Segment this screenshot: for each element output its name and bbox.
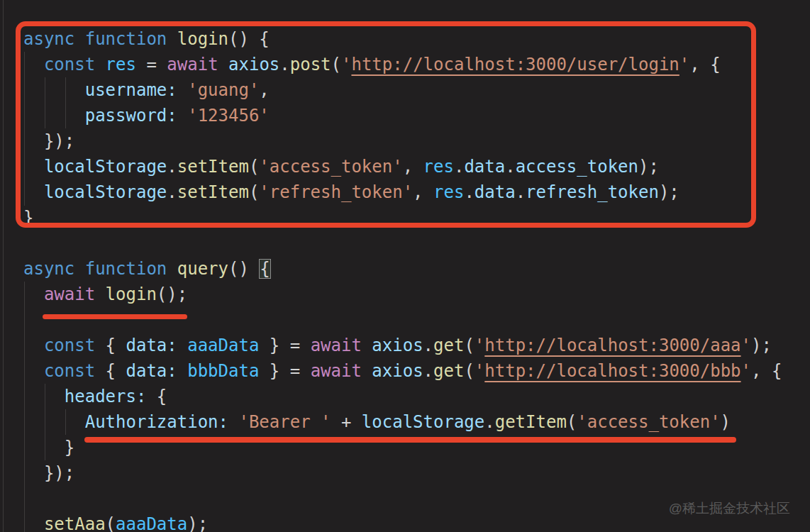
code-token: , xyxy=(403,157,423,177)
code-token: bbbData xyxy=(187,361,259,381)
watermark: @稀土掘金技术社区 xyxy=(669,499,790,518)
code-line xyxy=(23,307,810,333)
code-token: setItem xyxy=(177,182,249,202)
code-token: ' xyxy=(475,336,484,355)
code-token: data: xyxy=(126,361,177,381)
code-token: refresh_token xyxy=(526,182,659,202)
code-token: . xyxy=(454,157,464,177)
code-token: , xyxy=(259,80,269,100)
code-token: password: xyxy=(85,106,177,126)
code-token: function xyxy=(85,29,167,49)
code-token: }); xyxy=(23,463,74,483)
code-line: async function query() { xyxy=(23,256,810,282)
code-token: ( xyxy=(567,412,577,432)
code-token: get xyxy=(433,336,464,355)
code-token xyxy=(23,55,44,74)
code-token: async xyxy=(23,259,74,279)
code-token: ( xyxy=(249,182,259,202)
code-token: } xyxy=(23,208,33,228)
code-line: const res = await axios.post('http://loc… xyxy=(23,52,810,77)
code-token: () xyxy=(228,259,259,279)
code-token xyxy=(23,182,44,202)
code-token xyxy=(95,284,105,304)
code-line xyxy=(23,231,810,256)
code-line: } xyxy=(23,205,810,231)
code-token: + xyxy=(331,412,362,432)
code-token: aaaData xyxy=(116,514,187,532)
code-token xyxy=(177,361,187,381)
code-token: login xyxy=(177,29,228,49)
code-token: get xyxy=(433,361,464,381)
code-line: async function login() { xyxy=(23,26,810,52)
code-token: . xyxy=(279,55,289,74)
code-token: 'Bearer ' xyxy=(238,412,331,432)
code-token: access_token xyxy=(516,157,638,177)
code-token: ( xyxy=(464,336,474,355)
code-token xyxy=(74,29,84,49)
code-token xyxy=(167,29,177,49)
code-line: password: '123456' xyxy=(23,103,810,128)
code-token: . xyxy=(505,157,515,177)
code-token: , xyxy=(413,182,433,202)
code-token xyxy=(74,259,84,279)
code-token: login xyxy=(106,284,157,304)
code-token: Authorization: xyxy=(85,412,228,432)
code-token: await xyxy=(167,55,218,74)
code-token xyxy=(228,412,238,432)
code-token: { xyxy=(95,361,126,381)
code-token: '123456' xyxy=(187,106,270,126)
code-token xyxy=(177,336,187,355)
code-token: ' xyxy=(341,55,351,74)
code-token: username: xyxy=(85,80,177,100)
code-token xyxy=(95,55,105,74)
code-token: res xyxy=(423,157,454,177)
code-token: { xyxy=(146,387,167,406)
code-line: headers: { xyxy=(23,384,810,409)
code-token: . xyxy=(464,182,474,202)
code-line: localStorage.setItem('refresh_token', re… xyxy=(23,179,810,205)
code-token: (); xyxy=(157,284,187,304)
code-line: const { data: aaaData } = await axios.ge… xyxy=(23,333,810,358)
code-token: getItem xyxy=(495,412,567,432)
code-token: ( xyxy=(331,55,341,74)
code-line: localStorage.setItem('access_token', res… xyxy=(23,154,810,179)
code-token: localStorage xyxy=(362,412,484,432)
code-token: 'refresh_token' xyxy=(259,182,413,202)
code-token: , { xyxy=(689,55,720,74)
code-editor[interactable]: async function login() { const res = awa… xyxy=(0,0,810,532)
code-token: function xyxy=(85,259,167,279)
code-line: await login(); xyxy=(23,282,810,307)
url-link[interactable]: http://localhost:3000/aaa xyxy=(484,336,740,355)
code-token: ' xyxy=(741,336,751,355)
code-token: }); xyxy=(23,131,74,151)
code-token xyxy=(23,106,85,126)
code-token xyxy=(23,412,85,432)
code-token: data: xyxy=(126,336,177,355)
code-token: 'access_token' xyxy=(259,157,402,177)
code-token: { xyxy=(259,259,270,279)
code-token: 'access_token' xyxy=(577,412,720,432)
code-token: ' xyxy=(475,361,484,381)
code-token: await xyxy=(44,284,95,304)
code-line: username: 'guang', xyxy=(23,77,810,103)
code-token: post xyxy=(290,55,331,74)
code-token: ( xyxy=(464,361,474,381)
code-token: data xyxy=(475,182,516,202)
code-token: } = xyxy=(259,336,310,355)
code-token: data xyxy=(464,157,505,177)
code-token: async xyxy=(23,29,74,49)
code-token: query xyxy=(177,259,228,279)
url-link[interactable]: http://localhost:3000/bbb xyxy=(484,361,740,381)
code-token xyxy=(23,361,44,381)
code-token: ( xyxy=(249,157,259,177)
url-link[interactable]: http://localhost:3000/user/login xyxy=(351,55,679,74)
code-token: . xyxy=(484,412,494,432)
code-line: }); xyxy=(23,460,810,486)
code-line: const { data: bbbData } = await axios.ge… xyxy=(23,358,810,384)
code-token: localStorage xyxy=(44,157,167,177)
code-lines[interactable]: async function login() { const res = awa… xyxy=(0,26,810,532)
code-token: axios xyxy=(372,336,423,355)
code-token: res xyxy=(433,182,464,202)
code-token xyxy=(23,336,44,355)
code-token xyxy=(23,387,65,406)
